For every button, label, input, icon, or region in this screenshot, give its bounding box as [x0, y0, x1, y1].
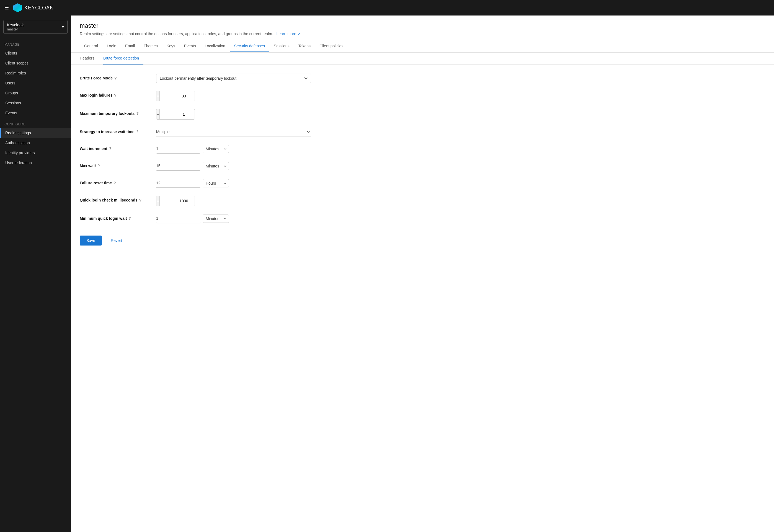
min-quick-login-wait-unit[interactable]: Seconds Minutes Hours Days: [203, 215, 229, 223]
main-tabs: General Login Email Themes Keys Events L…: [80, 40, 765, 52]
external-link-icon: ↗: [297, 32, 301, 36]
sidebar-item-label: Identity providers: [5, 151, 35, 155]
sidebar-item-label: Sessions: [5, 101, 21, 105]
sidebar-item-label: Client scopes: [5, 61, 29, 65]
wait-increment-help-icon[interactable]: ?: [109, 146, 112, 151]
quick-login-ms-label: Quick login check milliseconds ?: [80, 196, 152, 202]
max-wait-unit[interactable]: Seconds Minutes Hours Days: [203, 162, 229, 170]
tab-email[interactable]: Email: [121, 40, 139, 52]
quick-login-ms-row: Quick login check milliseconds ? − +: [80, 196, 311, 206]
sidebar-item-label: Realm roles: [5, 71, 26, 75]
sidebar-item-authentication[interactable]: Authentication: [0, 138, 71, 148]
min-quick-login-wait-input[interactable]: [156, 214, 200, 223]
sidebar-item-sessions[interactable]: Sessions: [0, 98, 71, 108]
sidebar-item-label: Groups: [5, 91, 18, 95]
min-quick-login-wait-help-icon[interactable]: ?: [128, 216, 131, 221]
brute-force-mode-help-icon[interactable]: ?: [114, 76, 117, 80]
tab-login[interactable]: Login: [102, 40, 121, 52]
tab-client-policies[interactable]: Client policies: [315, 40, 348, 52]
max-login-failures-row: Max login failures ? − +: [80, 91, 311, 101]
tab-tokens[interactable]: Tokens: [294, 40, 315, 52]
tab-events[interactable]: Events: [180, 40, 200, 52]
sidebar-item-client-scopes[interactable]: Client scopes: [0, 58, 71, 68]
sidebar-item-identity-providers[interactable]: Identity providers: [0, 148, 71, 158]
min-quick-login-wait-group: Seconds Minutes Hours Days: [156, 214, 311, 223]
failure-reset-time-unit[interactable]: Seconds Minutes Hours Days: [203, 179, 229, 187]
sidebar: Keycloak master ▾ Manage Clients Client …: [0, 16, 71, 532]
sidebar-item-user-federation[interactable]: User federation: [0, 158, 71, 168]
max-temp-lockouts-label: Maximum temporary lockouts ?: [80, 109, 152, 116]
max-wait-input[interactable]: [156, 161, 200, 171]
chevron-down-icon: ▾: [62, 25, 64, 29]
tab-security-defenses[interactable]: Security defenses: [230, 40, 269, 52]
page-title: master: [80, 22, 765, 29]
wait-increment-unit[interactable]: Seconds Minutes Hours Days: [203, 145, 229, 153]
quick-login-ms-control: − +: [156, 196, 311, 206]
realm-selector[interactable]: Keycloak master ▾: [3, 20, 68, 34]
strategy-wait-time-control: Linear Multiple None: [156, 127, 311, 136]
max-temp-lockouts-control: − +: [156, 109, 311, 120]
sidebar-item-events[interactable]: Events: [0, 108, 71, 118]
action-buttons: Save Revert: [80, 231, 311, 254]
sidebar-item-label: Clients: [5, 51, 17, 55]
sidebar-item-realm-roles[interactable]: Realm roles: [0, 68, 71, 78]
sidebar-item-label: Authentication: [5, 141, 30, 145]
sidebar-item-label: Realm settings: [5, 131, 31, 135]
wait-increment-label: Wait increment ?: [80, 144, 152, 151]
sidebar-item-groups[interactable]: Groups: [0, 88, 71, 98]
max-wait-control: Seconds Minutes Hours Days: [156, 161, 311, 171]
save-button[interactable]: Save: [80, 236, 102, 246]
failure-reset-time-row: Failure reset time ? Seconds Minutes Hou…: [80, 179, 311, 188]
max-login-failures-input[interactable]: [159, 91, 195, 101]
strategy-wait-time-help-icon[interactable]: ?: [136, 130, 139, 134]
revert-button[interactable]: Revert: [106, 236, 127, 246]
learn-more-link[interactable]: Learn more ↗: [275, 32, 301, 36]
brute-force-mode-control: Disabled Lockout temporarily Lockout per…: [156, 74, 311, 83]
sub-tab-headers[interactable]: Headers: [80, 53, 99, 64]
failure-reset-time-input[interactable]: [156, 179, 200, 188]
content-area: master Realm settings are settings that …: [71, 16, 774, 532]
quick-login-ms-help-icon[interactable]: ?: [139, 198, 142, 202]
wait-increment-row: Wait increment ? Seconds Minutes Hours D…: [80, 144, 311, 154]
tab-themes[interactable]: Themes: [139, 40, 162, 52]
tab-general[interactable]: General: [80, 40, 102, 52]
sidebar-item-users[interactable]: Users: [0, 78, 71, 88]
tab-sessions[interactable]: Sessions: [269, 40, 294, 52]
quick-login-ms-input[interactable]: [159, 196, 195, 206]
max-login-failures-stepper: − +: [156, 91, 195, 101]
logo-area: KEYCLOAK: [13, 3, 53, 12]
strategy-wait-time-select[interactable]: Linear Multiple None: [156, 127, 311, 136]
app-name: KEYCLOAK: [24, 5, 53, 11]
max-login-failures-help-icon[interactable]: ?: [114, 93, 117, 97]
max-login-failures-decrement[interactable]: −: [156, 91, 159, 101]
max-temp-lockouts-input[interactable]: [159, 109, 195, 119]
wait-increment-input[interactable]: [156, 144, 200, 154]
page-description: Realm settings are settings that control…: [80, 32, 765, 36]
max-login-failures-label: Max login failures ?: [80, 91, 152, 97]
max-temp-lockouts-decrement[interactable]: −: [156, 109, 159, 119]
min-quick-login-wait-row: Minimum quick login wait ? Seconds Minut…: [80, 214, 311, 223]
sidebar-item-realm-settings[interactable]: Realm settings: [0, 128, 71, 138]
strategy-wait-time-label: Strategy to increase wait time ?: [80, 127, 152, 134]
quick-login-ms-decrement[interactable]: −: [156, 196, 159, 206]
tab-keys[interactable]: Keys: [162, 40, 180, 52]
min-quick-login-wait-control: Seconds Minutes Hours Days: [156, 214, 311, 223]
top-navigation: ☰ KEYCLOAK: [0, 0, 774, 16]
max-temp-lockouts-help-icon[interactable]: ?: [136, 111, 139, 116]
realm-title: Keycloak: [7, 22, 24, 27]
realm-name: master: [7, 27, 24, 31]
wait-increment-group: Seconds Minutes Hours Days: [156, 144, 311, 154]
max-wait-label: Max wait ?: [80, 161, 152, 168]
strategy-wait-time-row: Strategy to increase wait time ? Linear …: [80, 127, 311, 136]
failure-reset-time-help-icon[interactable]: ?: [113, 181, 116, 185]
max-wait-help-icon[interactable]: ?: [97, 164, 100, 168]
hamburger-menu[interactable]: ☰: [4, 5, 9, 11]
sub-tab-brute-force[interactable]: Brute force detection: [103, 53, 143, 64]
sidebar-item-clients[interactable]: Clients: [0, 48, 71, 58]
sidebar-item-label: Events: [5, 111, 17, 115]
max-wait-row: Max wait ? Seconds Minutes Hours Days: [80, 161, 311, 171]
page-header: master Realm settings are settings that …: [71, 16, 774, 53]
manage-section-label: Manage: [0, 38, 71, 48]
brute-force-mode-select[interactable]: Disabled Lockout temporarily Lockout per…: [156, 74, 311, 83]
tab-localization[interactable]: Localization: [200, 40, 230, 52]
